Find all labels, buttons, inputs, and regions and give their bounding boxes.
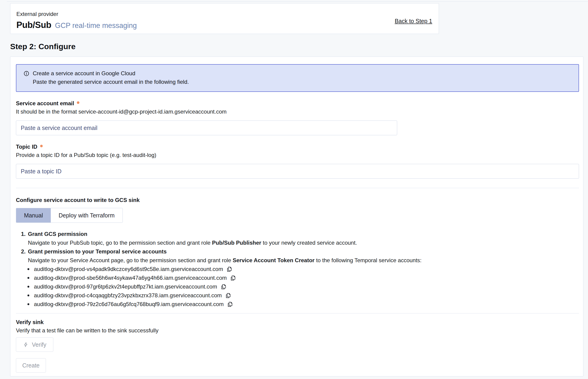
verify-sink-helper: Verify that a test file can be written t… (16, 327, 579, 334)
service-account-list: auditlog-dktxv@prod-vs4padk9dkczcey6d6st… (21, 265, 579, 309)
info-icon (23, 70, 30, 77)
copy-icon[interactable] (225, 292, 231, 299)
service-account-email: auditlog-dktxv@prod-97gr6tp6zkv2t4epubff… (34, 282, 217, 291)
required-indicator (40, 145, 43, 147)
step-1-body: Navigate to your PubSub topic, go to the… (28, 238, 579, 247)
info-banner-body: Paste the generated service account emai… (33, 79, 579, 85)
topic-id-input[interactable] (16, 164, 579, 179)
provider-name-row: Pub/Sub GCP real-time messaging (16, 20, 439, 30)
list-item: auditlog-dktxv@prod-97gr6tp6zkv2t4epubff… (28, 282, 579, 291)
step-1-role: Pub/Sub Publisher (212, 240, 261, 246)
verify-sink-heading: Verify sink (16, 319, 579, 325)
service-account-email-label-row: Service account email (16, 100, 579, 107)
copy-icon[interactable] (226, 266, 232, 272)
copy-icon[interactable] (227, 301, 233, 307)
configure-sink-heading: Configure service account to write to GC… (16, 197, 579, 203)
provider-subtitle: GCP real-time messaging (55, 21, 137, 30)
copy-icon[interactable] (220, 284, 227, 290)
copy-icon[interactable] (230, 275, 236, 281)
lightning-icon (23, 342, 29, 347)
verify-button-label: Verify (32, 341, 46, 348)
section-divider (16, 188, 579, 188)
step-2-role: Service Account Token Creator (232, 257, 314, 263)
step-number: 1. (21, 230, 28, 238)
step-1-body-prefix: Navigate to your PubSub topic, go to the… (28, 240, 212, 246)
back-to-step-1-link[interactable]: Back to Step 1 (395, 18, 432, 24)
required-indicator (77, 101, 79, 104)
service-account-email-input[interactable] (16, 121, 397, 135)
bullet (28, 277, 29, 279)
list-item: auditlog-dktxv@prod-sbe56h6wr4sykaw47a6y… (28, 273, 579, 282)
service-account-email: auditlog-dktxv@prod-sbe56h6wr4sykaw47a6y… (34, 273, 227, 282)
topic-id-helper: Provide a topic ID for a Pub/Sub topic (… (16, 152, 579, 158)
info-banner: Create a service account in Google Cloud… (16, 64, 579, 92)
configure-card: Create a service account in Google Cloud… (10, 57, 583, 377)
tab-manual[interactable]: Manual (16, 208, 51, 222)
step-1-body-suffix: to your newly created service account. (261, 240, 357, 246)
provider-eyebrow: External provider (16, 11, 439, 17)
bullet (28, 286, 29, 288)
step-number: 2. (21, 247, 28, 256)
step-2-title-row: 2. Grant permission to your Temporal ser… (21, 247, 579, 256)
step-2-body-suffix: to the following Temporal service accoun… (314, 257, 422, 263)
create-button-label: Create (22, 362, 39, 369)
manual-steps: 1. Grant GCS permission Navigate to your… (21, 230, 579, 309)
list-item: auditlog-dktxv@prod-79z2c6d76au6g5fcq768… (28, 300, 579, 309)
step-2-body: Navigate to your Service Account page, g… (28, 256, 579, 265)
provider-summary-card: External provider Pub/Sub GCP real-time … (10, 3, 439, 34)
info-banner-title-row: Create a service account in Google Cloud (23, 70, 579, 77)
sink-config-tab-group: Manual Deploy with Terraform (16, 208, 123, 223)
service-account-email: auditlog-dktxv@prod-vs4padk9dkczcey6d6st… (34, 265, 223, 273)
step-2-title: Grant permission to your Temporal servic… (28, 247, 167, 256)
step-1-title-row: 1. Grant GCS permission (21, 230, 579, 238)
bullet (28, 268, 29, 270)
step-1-title: Grant GCS permission (28, 230, 87, 238)
provider-name: Pub/Sub (16, 20, 51, 30)
info-banner-title: Create a service account in Google Cloud (33, 70, 135, 77)
create-button[interactable]: Create (16, 358, 46, 373)
section-divider (16, 313, 579, 314)
service-account-email: auditlog-dktxv@prod-79z2c6d76au6g5fcq768… (34, 300, 224, 309)
topic-id-label-row: Topic ID (16, 143, 579, 150)
service-account-email-helper: It should be in the format service-accou… (16, 109, 579, 115)
page-title: Step 2: Configure (10, 42, 76, 51)
tab-deploy-with-terraform[interactable]: Deploy with Terraform (51, 208, 123, 222)
verify-button[interactable]: Verify (16, 337, 53, 352)
list-item: auditlog-dktxv@prod-c4cqaqgbfzy23vpzkbxz… (28, 291, 579, 300)
service-account-email-label: Service account email (16, 100, 74, 107)
step-2-body-prefix: Navigate to your Service Account page, g… (28, 257, 232, 263)
service-account-email: auditlog-dktxv@prod-c4cqaqgbfzy23vpzkbxz… (34, 291, 222, 300)
topic-id-label: Topic ID (16, 143, 37, 150)
bullet (28, 295, 29, 296)
list-item: auditlog-dktxv@prod-vs4padk9dkczcey6d6st… (28, 265, 579, 273)
page-top-divider (7, 1, 588, 2)
bullet (28, 303, 29, 305)
